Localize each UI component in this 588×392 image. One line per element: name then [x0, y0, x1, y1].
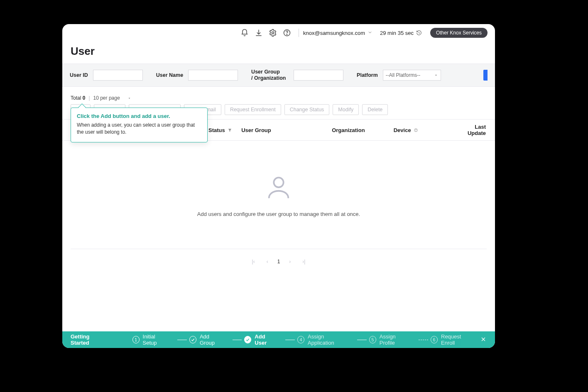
help-icon: [414, 128, 418, 132]
gear-icon[interactable]: [269, 29, 277, 37]
bell-icon[interactable]: [240, 29, 249, 37]
onboarding-callout: Click the Add button and add a user. Whe…: [71, 108, 208, 142]
step-request-enroll[interactable]: 6Request Enroll: [431, 333, 474, 346]
filter-bar: User ID User Name User Group / Organizat…: [62, 64, 495, 87]
account-email[interactable]: knox@samsungknox.com: [303, 30, 365, 36]
col-organization[interactable]: Organization: [332, 127, 394, 133]
perpage-select[interactable]: 10 per page: [93, 95, 131, 101]
col-user-group[interactable]: User Group: [241, 127, 332, 133]
filter-input-userid[interactable]: [93, 70, 143, 81]
svg-point-0: [272, 32, 274, 34]
filter-label-userid: User ID: [70, 72, 88, 78]
filter-select-platform[interactable]: --All Platforms--: [383, 70, 441, 81]
page-current: 1: [277, 259, 280, 265]
app-window: knox@samsungknox.com 29 min 35 sec Other…: [62, 24, 495, 348]
page-last[interactable]: ›|: [300, 258, 308, 265]
request-enrollment-button[interactable]: Request Enrollment: [225, 104, 281, 115]
help-icon[interactable]: [283, 29, 291, 37]
callout-body: When adding a user, you can select a use…: [77, 122, 201, 136]
filter-label-username: User Name: [156, 72, 183, 78]
chevron-down-icon: [434, 73, 438, 77]
filter-input-username[interactable]: [188, 70, 238, 81]
svg-point-4: [416, 131, 416, 131]
page-title: User: [62, 42, 495, 64]
step-add-group[interactable]: Add Group: [189, 333, 224, 346]
callout-title: Click the Add button and add a user.: [77, 113, 201, 119]
total-count: 0: [83, 95, 86, 101]
svg-point-5: [274, 177, 283, 187]
total-label: Total: [71, 95, 81, 101]
step-assign-profile[interactable]: 5Assign Profile: [369, 333, 411, 346]
pagination: |‹ ‹ 1 › ›|: [62, 249, 495, 290]
download-icon[interactable]: [255, 29, 263, 37]
col-status[interactable]: Status: [208, 127, 241, 133]
filter-icon: [228, 128, 232, 132]
modify-button[interactable]: Modify: [333, 104, 359, 115]
list-meta: Total 0 | 10 per page: [62, 87, 495, 104]
onboarding-stepper: Getting Started 1Initial Setup Add Group…: [62, 331, 495, 348]
chevron-down-icon: [127, 96, 131, 100]
history-icon: [416, 30, 422, 36]
filter-select-platform-value: --All Platforms--: [386, 72, 420, 78]
filter-input-group[interactable]: [294, 70, 343, 81]
col-last-update[interactable]: Last Update: [468, 124, 486, 136]
col-device[interactable]: Device: [394, 127, 468, 133]
filter-label-group: User Group / Organization: [251, 69, 289, 81]
account-chevron-icon[interactable]: [368, 29, 372, 37]
empty-message: Add users and configure the user group t…: [197, 211, 360, 217]
page-first[interactable]: |‹: [250, 258, 257, 265]
other-services-pill[interactable]: Other Knox Services: [430, 28, 488, 38]
empty-state: Add users and configure the user group t…: [62, 141, 495, 249]
page-next[interactable]: ›: [287, 258, 293, 265]
step-assign-application[interactable]: 4Assign Application: [297, 333, 349, 346]
topbar: knox@samsungknox.com 29 min 35 sec Other…: [62, 24, 495, 42]
user-placeholder-icon: [264, 173, 293, 202]
delete-button[interactable]: Delete: [362, 104, 388, 115]
filter-label-platform: Platform: [357, 72, 378, 78]
step-add-user[interactable]: Add User: [244, 333, 277, 346]
change-status-button[interactable]: Change Status: [284, 104, 330, 115]
stepper-close-icon[interactable]: [480, 336, 487, 344]
svg-point-2: [287, 34, 287, 35]
divider: [299, 29, 299, 37]
stepper-title: Getting Started: [71, 333, 108, 346]
page-prev[interactable]: ‹: [264, 258, 271, 265]
step-initial-setup[interactable]: 1Initial Setup: [132, 333, 169, 346]
search-button[interactable]: [483, 70, 488, 81]
session-timer: 29 min 35 sec: [380, 30, 422, 36]
